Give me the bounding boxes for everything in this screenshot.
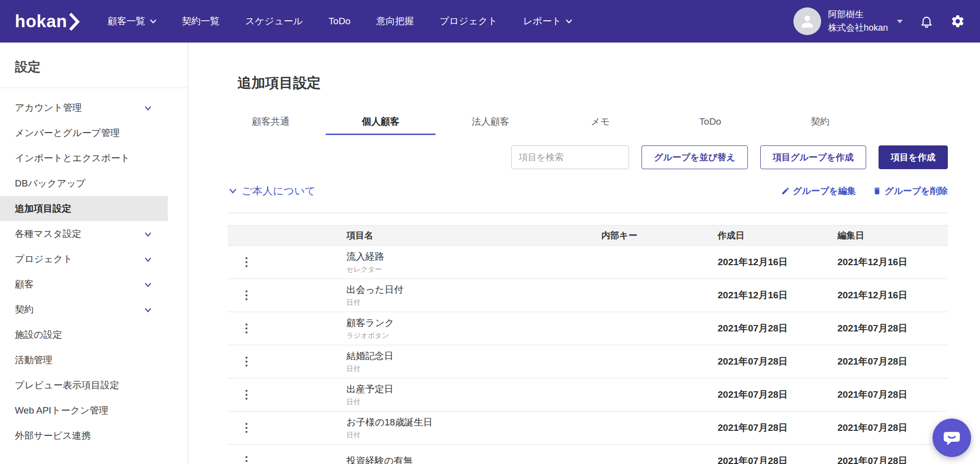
kebab-menu-icon[interactable] [243,420,250,436]
sidebar-item[interactable]: 外部サービス連携 [0,423,168,448]
settings-button[interactable] [950,14,965,29]
sidebar-item[interactable]: 契約 [0,297,168,322]
item-created-date: 2021年07月28日 [718,412,837,444]
tab[interactable]: 顧客共通 [216,109,326,135]
tab[interactable]: 個人顧客 [326,109,436,135]
create-item-button[interactable]: 項目を作成 [879,145,948,169]
kebab-menu-icon[interactable] [243,287,250,303]
item-type-label: ラジオボタン [346,331,389,340]
sidebar-item[interactable]: 追加項目設定 [0,196,168,221]
tab-label: メモ [591,115,610,128]
chat-launcher-button[interactable] [932,418,971,457]
sidebar-item[interactable]: 各種マスタ設定 [0,221,168,246]
toolbar: グループを並び替え 項目グループを作成 項目を作成 [511,145,948,169]
navbar-item[interactable]: ToDo [329,16,350,27]
sidebar-item[interactable]: 顧客 [0,272,168,297]
row-handle-cell [228,445,346,464]
tab-label: 法人顧客 [472,115,509,128]
sidebar-item-label: プレビュー表示項目設定 [15,379,119,392]
header-internal-key: 内部キー [601,226,718,245]
gear-icon [950,14,965,29]
sidebar-item[interactable]: DBバックアップ [0,171,168,196]
tab-label: 個人顧客 [362,115,399,128]
item-key [601,345,718,378]
edit-group-link[interactable]: グループを編集 [781,185,856,197]
sidebar-item[interactable]: プレビュー表示項目設定 [0,372,168,398]
navbar-item[interactable]: プロジェクト [440,15,497,28]
sidebar-item[interactable]: プロジェクト [0,246,168,272]
kebab-menu-icon[interactable] [243,321,250,336]
hokan-logo[interactable]: hokan [15,11,80,31]
group-collapse-toggle[interactable]: ご本人について [229,184,315,198]
item-name-cell: 出産予定日 日付 [346,378,601,411]
trash-icon [873,186,882,195]
item-name-cell: 顧客ランク ラジオボタン [346,312,601,345]
tab[interactable]: メモ [545,109,655,135]
page-title: 追加項目設定 [238,74,321,93]
delete-group-link[interactable]: グループを削除 [873,185,948,197]
search-input[interactable] [511,145,629,169]
item-key [601,412,718,444]
navbar-item[interactable]: 契約一覧 [182,15,220,28]
item-type-label: 日付 [346,431,360,440]
sidebar-item[interactable]: アカウント管理 [0,95,168,120]
kebab-menu-icon[interactable] [243,254,250,270]
tab-label: ToDo [699,116,721,127]
row-handle-cell [228,345,346,378]
item-name: 顧客ランク [346,317,394,329]
navbar-item[interactable]: レポート [523,15,572,28]
navbar-item-label: 契約一覧 [182,15,220,28]
navbar-item[interactable]: 意向把握 [376,15,414,28]
item-key [601,312,718,345]
item-updated-date: 2021年07月28日 [837,345,948,378]
kebab-menu-icon[interactable] [243,453,250,464]
group-title: ご本人について [242,184,315,198]
notifications-button[interactable] [920,14,933,28]
item-key [601,279,718,312]
sidebar-item[interactable]: Web APIトークン管理 [0,398,168,423]
sidebar-item-label: Web APIトークン管理 [15,404,108,417]
chevron-down-icon [145,257,151,262]
chevron-down-icon [145,282,151,287]
chevron-down-icon [229,188,237,194]
sort-groups-button[interactable]: グループを並び替え [641,145,748,169]
sidebar-item[interactable]: インポートとエクスポート [0,145,168,171]
sidebar-item[interactable]: メンバーとグループ管理 [0,120,168,145]
item-updated-date: 2021年07月28日 [837,312,948,345]
sidebar-item-label: 外部サービス連携 [15,429,91,442]
create-item-group-button[interactable]: 項目グループを作成 [760,145,866,169]
chevron-down-icon [150,19,156,24]
sidebar-item-label: 活動管理 [15,354,52,367]
navbar-item[interactable]: スケジュール [245,15,303,28]
navbar-item-label: 意向把握 [376,15,414,28]
sidebar-item-label: 顧客 [15,278,34,291]
group-divider [228,213,948,213]
navbar-item[interactable]: 顧客一覧 [108,15,156,28]
user-info: 阿部樹生 株式会社hokan [828,8,888,35]
tab[interactable]: 法人顧客 [436,109,545,135]
user-menu[interactable]: 阿部樹生 株式会社hokan [793,7,903,35]
tab[interactable]: ToDo [655,109,765,135]
user-company: 株式会社hokan [828,21,888,35]
group-header-row: ご本人について グループを編集 グループを削除 [229,184,948,198]
tab[interactable]: 契約 [765,109,875,135]
item-updated-date: 2021年07月28日 [837,445,948,464]
item-key [601,378,718,411]
item-name: 流入経路 [346,250,384,263]
tab-label: 契約 [811,115,830,128]
sidebar-item[interactable]: 活動管理 [0,347,168,372]
item-name-cell: 流入経路 セレクター [346,246,601,278]
item-key [601,445,718,464]
person-icon [799,13,816,30]
kebab-menu-icon[interactable] [243,354,250,370]
kebab-menu-icon[interactable] [243,387,250,403]
sidebar-item[interactable]: 施設の設定 [0,322,168,347]
item-created-date: 2021年07月28日 [718,445,837,464]
sidebar-item-label: プロジェクト [15,253,73,266]
item-type-label: セレクター [346,265,382,274]
edit-group-label: グループを編集 [793,185,856,197]
item-name-cell: 投資経験の有無 [346,445,601,464]
table-body: 流入経路 セレクター 2021年12月16日 2021年12月16日 出会った日… [228,246,948,464]
table-row: 出産予定日 日付 2021年07月28日 2021年07月28日 [228,378,948,412]
bell-icon [920,14,933,28]
